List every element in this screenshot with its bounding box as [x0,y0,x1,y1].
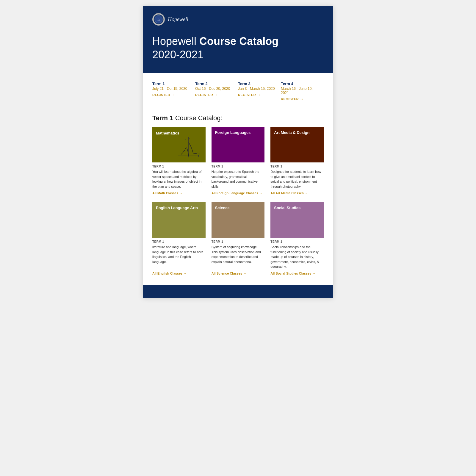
header-banner: ⚖ Hopewell Hopewell Course Catalog 2020-… [143,6,333,73]
math-graph-icon: x y [175,137,202,159]
term-block-3: Term 3 Jan 3 - March 15, 2020 REGISTER→ [238,82,281,101]
course-term-tag-art-media-design: TERM 1 [270,165,324,168]
term-4-dates: March 16 - June 10, 2021 [281,87,321,95]
term-block-4: Term 4 March 16 - June 10, 2021 REGISTER… [281,82,324,101]
course-image-science[interactable]: Science [212,202,265,238]
term-3-register[interactable]: REGISTER→ [238,93,278,97]
footer-bar [143,285,333,298]
term-2-register[interactable]: REGISTER→ [195,93,236,97]
svg-text:⚖: ⚖ [157,18,160,21]
course-image-english-language-arts[interactable]: English Language Arts [152,202,206,238]
term-4-label: Term 4 [281,82,321,86]
course-link-social-studies[interactable]: All Social Studies Classes→ [270,272,324,275]
course-term-tag-english-language-arts: TERM 1 [152,240,206,243]
course-grid: Mathematics x y TERM 1 You will learn ab… [143,127,333,285]
course-link-art-media-design[interactable]: All Art Media Classes→ [270,191,324,195]
course-name-science: Science [215,206,230,210]
course-card-mathematics: Mathematics x y TERM 1 You will learn ab… [152,127,206,195]
catalog-heading: Term 1 Course Catalog: [143,106,333,127]
course-name-social-studies: Social Studies [274,206,300,210]
term-2-dates: Oct 16 - Dec 20, 2020 [195,87,236,91]
course-desc-foreign-languages: No prior exposure to Spanish the vocabul… [212,169,265,189]
course-link-english-language-arts[interactable]: All English Classes→ [152,272,206,275]
course-image-mathematics[interactable]: Mathematics x y [152,127,206,162]
course-card-english-language-arts: English Language Arts TERM 1 literature … [152,202,206,275]
course-link-science[interactable]: All Science Classes→ [212,272,265,275]
term-3-label: Term 3 [238,82,278,86]
page-wrapper: ⚖ Hopewell Hopewell Course Catalog 2020-… [143,6,333,298]
course-desc-science: System of acquiring knowledge. This syst… [212,245,265,269]
svg-text:y: y [185,138,186,141]
course-desc-english-language-arts: literature and language, where language … [152,245,206,269]
term-2-label: Term 2 [195,82,236,86]
terms-section: Term 1 July 21 - Oct 15, 2020 REGISTER→ … [143,73,333,106]
course-card-science: Science TERM 1 System of acquiring knowl… [212,202,265,275]
header-title-bold: Course Catalog [199,35,278,47]
term-block-1: Term 1 July 21 - Oct 15, 2020 REGISTER→ [152,82,195,101]
header-title-year: 2020-2021 [152,48,203,61]
logo-area: ⚖ Hopewell [152,13,324,26]
course-image-art-media-design[interactable]: Art Media & Design [270,127,324,162]
logo-circle: ⚖ [152,13,165,26]
course-desc-art-media-design: Designed for students to learn how to gi… [270,169,324,189]
course-name-art-media-design: Art Media & Design [274,130,309,135]
course-term-tag-mathematics: TERM 1 [152,165,206,168]
course-name-english-language-arts: English Language Arts [156,206,198,210]
term-1-dates: July 21 - Oct 15, 2020 [152,87,193,91]
course-term-tag-foreign-languages: TERM 1 [212,165,265,168]
logo-emblem-icon: ⚖ [153,14,164,25]
term-4-register[interactable]: REGISTER→ [281,97,321,101]
course-desc-mathematics: You will learn about the algebra of vect… [152,169,206,189]
header-title: Hopewell Course Catalog 2020-2021 [152,35,324,61]
course-link-mathematics[interactable]: All Math Classes→ [152,191,206,195]
course-card-foreign-languages: Foreign Languages TERM 1 No prior exposu… [212,127,265,195]
course-link-foreign-languages[interactable]: All Foreign Language Classes→ [212,191,265,195]
course-card-art-media-design: Art Media & Design TERM 1 Designed for s… [270,127,324,195]
course-term-tag-social-studies: TERM 1 [270,240,324,243]
svg-text:x: x [198,152,200,155]
catalog-heading-term: Term 1 [152,114,173,122]
course-name-mathematics: Mathematics [156,131,179,135]
course-term-tag-science: TERM 1 [212,240,265,243]
logo-text: Hopewell [168,16,188,23]
term-1-register[interactable]: REGISTER→ [152,93,193,97]
term-3-dates: Jan 3 - March 15, 2020 [238,87,278,91]
course-desc-social-studies: Social relationships and the functioning… [270,245,324,269]
course-image-foreign-languages[interactable]: Foreign Languages [212,127,265,162]
course-name-foreign-languages: Foreign Languages [215,130,251,135]
catalog-heading-text: Course Catalog: [175,114,223,122]
term-block-2: Term 2 Oct 16 - Dec 20, 2020 REGISTER→ [195,82,238,101]
course-image-social-studies[interactable]: Social Studies [270,202,324,238]
course-card-social-studies: Social Studies TERM 1 Social relationshi… [270,202,324,275]
header-title-normal: Hopewell [152,35,199,47]
term-1-label: Term 1 [152,82,193,86]
